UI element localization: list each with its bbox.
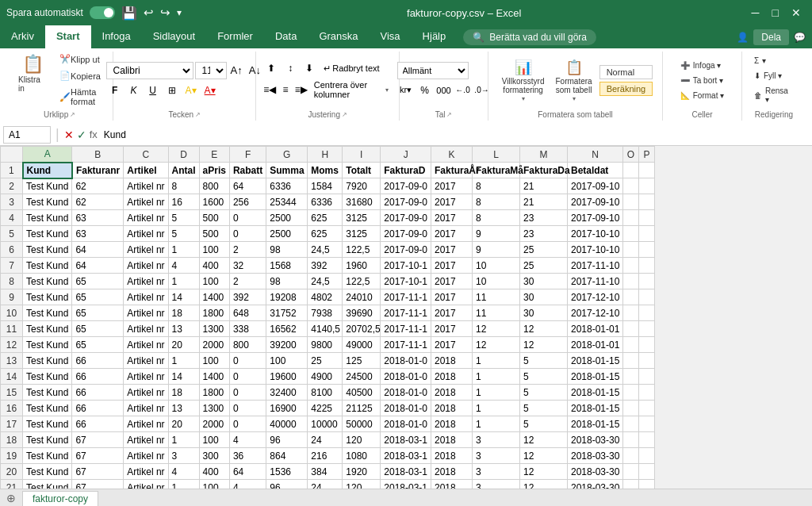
cell-k-9[interactable]: 2017 xyxy=(431,289,473,305)
cell-f-12[interactable]: 800 xyxy=(229,337,266,353)
cell-a-7[interactable]: Test Kund xyxy=(23,258,72,274)
font-name-select[interactable]: Calibri xyxy=(106,62,193,79)
cell-n-12[interactable]: 2018-01-01 xyxy=(568,337,623,353)
cell-m-15[interactable]: 5 xyxy=(520,385,568,401)
cell-m-16[interactable]: 5 xyxy=(520,401,568,416)
formula-cancel-icon[interactable]: ✕ xyxy=(64,128,74,141)
col-header-m[interactable]: M xyxy=(520,147,568,163)
cell-j-12[interactable]: 2017-11-1 xyxy=(381,337,431,353)
cell-e-15[interactable]: 1800 xyxy=(199,385,229,401)
cell-a-12[interactable]: Test Kund xyxy=(23,337,72,353)
cell-g-1[interactable]: Summa xyxy=(266,163,308,178)
cell-g-3[interactable]: 25344 xyxy=(266,194,308,210)
cell-f-18[interactable]: 4 xyxy=(229,432,266,448)
cell-b-12[interactable]: 65 xyxy=(72,337,124,353)
cell-e-2[interactable]: 800 xyxy=(199,178,229,194)
cell-n-19[interactable]: 2018-03-30 xyxy=(568,448,623,464)
cell-o-11[interactable] xyxy=(623,321,639,337)
cell-b-18[interactable]: 67 xyxy=(72,432,124,448)
cell-e-10[interactable]: 1800 xyxy=(199,305,229,321)
cell-f-20[interactable]: 64 xyxy=(229,464,266,480)
cell-b-16[interactable]: 66 xyxy=(72,401,124,416)
cell-j-4[interactable]: 2017-09-0 xyxy=(381,210,431,226)
cell-j-16[interactable]: 2018-01-0 xyxy=(381,401,431,416)
cell-i-13[interactable]: 125 xyxy=(343,353,381,369)
cell-k-5[interactable]: 2017 xyxy=(431,226,473,242)
cell-h-19[interactable]: 216 xyxy=(308,448,343,464)
cell-c-10[interactable]: Artikel nr xyxy=(124,305,168,321)
cell-n-3[interactable]: 2017-09-10 xyxy=(568,194,623,210)
cell-p-8[interactable] xyxy=(639,274,655,289)
cell-p-2[interactable] xyxy=(639,178,655,194)
cell-o-7[interactable] xyxy=(623,258,639,274)
cell-h-4[interactable]: 625 xyxy=(308,210,343,226)
cell-o-4[interactable] xyxy=(623,210,639,226)
cell-k-19[interactable]: 2018 xyxy=(431,448,473,464)
clear-button[interactable]: 🗑 Rensa ▾ xyxy=(749,84,799,106)
cell-a-20[interactable]: Test Kund xyxy=(23,464,72,480)
increase-decimal-button[interactable]: ←.0 xyxy=(454,82,472,99)
cell-e-4[interactable]: 500 xyxy=(199,210,229,226)
cell-b-8[interactable]: 65 xyxy=(72,274,124,289)
cell-h-12[interactable]: 9800 xyxy=(308,337,343,353)
cell-g-19[interactable]: 864 xyxy=(266,448,308,464)
user-icon[interactable]: 👤 xyxy=(737,32,749,43)
cell-n-10[interactable]: 2017-12-10 xyxy=(568,305,623,321)
col-header-l[interactable]: L xyxy=(473,147,520,163)
cell-c-8[interactable]: Artikel nr xyxy=(124,274,168,289)
bold-button[interactable]: F xyxy=(106,82,124,99)
cell-i-21[interactable]: 120 xyxy=(343,480,381,489)
cell-m-19[interactable]: 12 xyxy=(520,448,568,464)
cell-j-21[interactable]: 2018-03-1 xyxy=(381,480,431,489)
cell-n-9[interactable]: 2017-12-10 xyxy=(568,289,623,305)
cell-k-1[interactable]: FakturaÅr xyxy=(431,163,473,178)
cell-m-12[interactable]: 12 xyxy=(520,337,568,353)
cell-d-9[interactable]: 14 xyxy=(168,289,199,305)
cell-k-3[interactable]: 2017 xyxy=(431,194,473,210)
cell-c-16[interactable]: Artikel nr xyxy=(124,401,168,416)
col-header-h[interactable]: H xyxy=(308,147,343,163)
cell-c-18[interactable]: Artikel nr xyxy=(124,432,168,448)
cell-n-4[interactable]: 2017-09-10 xyxy=(568,210,623,226)
cell-o-17[interactable] xyxy=(623,416,639,432)
cell-e-6[interactable]: 100 xyxy=(199,242,229,258)
cell-f-5[interactable]: 0 xyxy=(229,226,266,242)
cell-k-10[interactable]: 2017 xyxy=(431,305,473,321)
auto-save-toggle[interactable] xyxy=(90,6,115,19)
cell-i-17[interactable]: 50000 xyxy=(343,416,381,432)
align-left-button[interactable]: ≡◀ xyxy=(262,81,277,98)
cell-b-17[interactable]: 66 xyxy=(72,416,124,432)
font-size-select[interactable]: 11 xyxy=(195,62,227,79)
cell-p-4[interactable] xyxy=(639,210,655,226)
cell-g-17[interactable]: 40000 xyxy=(266,416,308,432)
cell-p-15[interactable] xyxy=(639,385,655,401)
cell-g-20[interactable]: 1536 xyxy=(266,464,308,480)
cell-n-20[interactable]: 2018-03-30 xyxy=(568,464,623,480)
cell-a-19[interactable]: Test Kund xyxy=(23,448,72,464)
cell-f-11[interactable]: 338 xyxy=(229,321,266,337)
tab-arkiv[interactable]: Arkiv xyxy=(0,25,45,48)
merge-center-button[interactable]: Centrera över kolumner ▾ xyxy=(310,79,393,101)
cell-n-1[interactable]: Betaldat xyxy=(568,163,623,178)
cell-o-19[interactable] xyxy=(623,448,639,464)
customize-icon[interactable]: ▾ xyxy=(177,7,182,18)
cell-b-15[interactable]: 66 xyxy=(72,385,124,401)
cell-o-8[interactable] xyxy=(623,274,639,289)
cell-g-11[interactable]: 16562 xyxy=(266,321,308,337)
cell-l-17[interactable]: 1 xyxy=(473,416,520,432)
cell-j-14[interactable]: 2018-01-0 xyxy=(381,369,431,385)
cell-m-1[interactable]: FakturaDa xyxy=(520,163,568,178)
cell-f-14[interactable]: 0 xyxy=(229,369,266,385)
cell-g-12[interactable]: 39200 xyxy=(266,337,308,353)
cell-k-14[interactable]: 2018 xyxy=(431,369,473,385)
cell-h-15[interactable]: 8100 xyxy=(308,385,343,401)
merge-dropdown-arrow[interactable]: ▾ xyxy=(385,86,389,94)
cell-g-7[interactable]: 1568 xyxy=(266,258,308,274)
cell-h-6[interactable]: 24,5 xyxy=(308,242,343,258)
cell-n-5[interactable]: 2017-10-10 xyxy=(568,226,623,242)
cell-l-9[interactable]: 11 xyxy=(473,289,520,305)
cell-k-13[interactable]: 2018 xyxy=(431,353,473,369)
fill-button[interactable]: ⬇ Fyll ▾ xyxy=(749,69,799,82)
cell-m-7[interactable]: 25 xyxy=(520,258,568,274)
cell-j-15[interactable]: 2018-01-0 xyxy=(381,385,431,401)
